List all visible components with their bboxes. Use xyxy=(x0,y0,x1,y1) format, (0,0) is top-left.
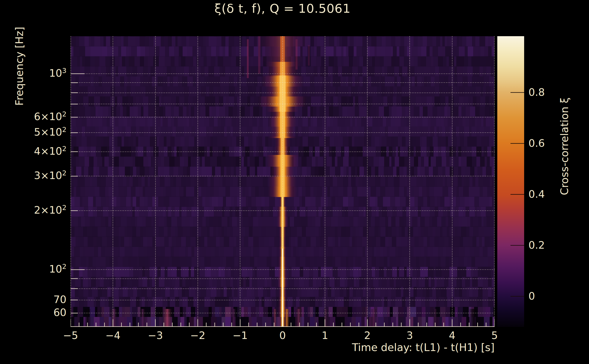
y-tick-label: 6×102 xyxy=(28,111,66,122)
y-tick-label: 2×102 xyxy=(28,205,66,215)
colorbar-tick-mark xyxy=(510,296,524,297)
heatmap-plot-area xyxy=(71,36,495,327)
colorbar-tick-label: 0.8 xyxy=(529,87,545,97)
colorbar-tick-mark xyxy=(510,194,524,195)
colorbar-tick-label: 0.2 xyxy=(529,240,545,250)
colorbar-tick-mark xyxy=(510,143,524,144)
y-tick-label: 70 xyxy=(28,294,66,305)
colorbar-tick-label: 0.4 xyxy=(529,189,545,199)
y-tick-label: 60 xyxy=(28,307,66,318)
x-tick-label: 0 xyxy=(264,330,301,341)
colorbar-tick-label: 0 xyxy=(529,291,535,301)
x-tick-label: 2 xyxy=(349,330,386,341)
x-tick-label: 5 xyxy=(476,330,513,341)
x-tick-label: −3 xyxy=(137,330,174,341)
y-tick-label: 4×102 xyxy=(28,146,66,156)
colorbar-tick-mark xyxy=(510,92,524,93)
y-tick-label: 102 xyxy=(28,264,66,274)
x-tick-label: 1 xyxy=(307,330,343,341)
y-axis-label: Frequency [Hz] xyxy=(13,23,26,110)
x-tick-label: −5 xyxy=(52,330,89,341)
x-axis-label: Time delay: t(L1) - t(H1) [s] xyxy=(273,341,495,354)
x-tick-label: −2 xyxy=(180,330,216,341)
x-tick-label: −1 xyxy=(222,330,258,341)
chart-title: ξ(δ t, f), Q = 10.5061 xyxy=(71,1,495,16)
figure: ξ(δ t, f), Q = 10.5061 Frequency [Hz] Cr… xyxy=(0,0,589,364)
x-tick-label: −4 xyxy=(95,330,131,341)
y-axis-label-text: Frequency [Hz] xyxy=(13,27,26,106)
colorbar-tick-label: 0.6 xyxy=(529,138,545,148)
x-tick-label: 3 xyxy=(392,330,428,341)
colorbar-tick-mark xyxy=(510,245,524,246)
x-tick-label: 4 xyxy=(434,330,471,341)
colorbar-label: Cross-correlation ξ xyxy=(558,53,570,240)
heatmap-canvas xyxy=(71,36,495,327)
y-tick-label: 103 xyxy=(28,68,66,78)
colorbar xyxy=(497,36,524,327)
y-tick-label: 5×102 xyxy=(28,127,66,137)
y-tick-label: 3×102 xyxy=(28,170,66,181)
